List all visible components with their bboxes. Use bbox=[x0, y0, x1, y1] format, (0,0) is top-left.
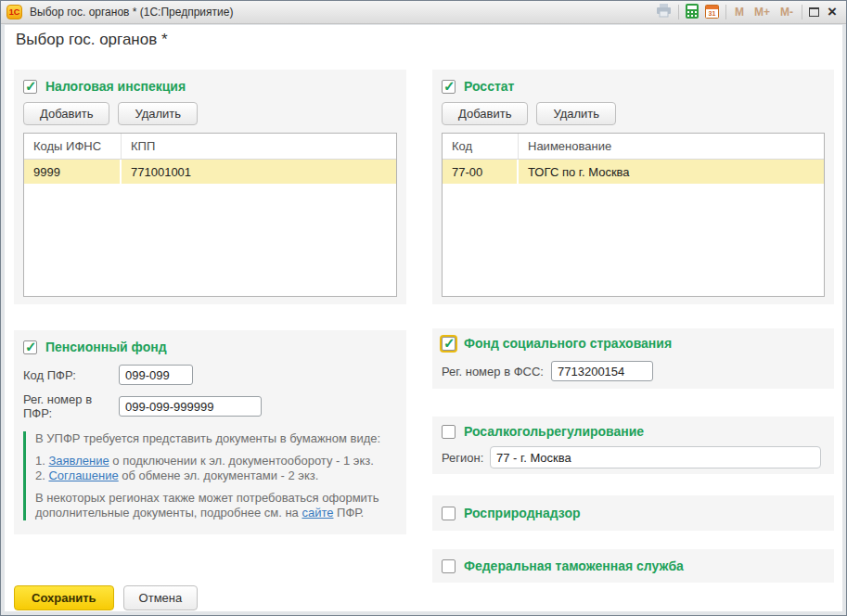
close-button[interactable]: × bbox=[826, 6, 839, 19]
rosstat-checkbox[interactable] bbox=[442, 80, 456, 94]
pfr-site-link[interactable]: сайте bbox=[302, 506, 333, 520]
form-content: Выбор гос. органов * Налоговая инспекция… bbox=[5, 25, 842, 611]
fss-checkbox[interactable] bbox=[442, 337, 456, 351]
pfr-regnumber-label: Рег. номер в ПФР: bbox=[23, 392, 119, 420]
tax-col-header-kpp: КПП bbox=[122, 134, 396, 159]
save-button[interactable]: Сохранить bbox=[14, 585, 114, 610]
rosstat-table-header: Код Наименование bbox=[443, 134, 824, 160]
rosstat-row-code: 77-00 bbox=[443, 160, 519, 184]
titlebar: 1С Выбор гос. органов * (1С:Предприятие)… bbox=[1, 1, 846, 24]
section-rosstat: Росстат Добавить Удалить Код Наименовани… bbox=[432, 70, 834, 304]
note-line2: В некоторых регионах также может потребо… bbox=[35, 491, 391, 520]
customs-checkbox[interactable] bbox=[442, 559, 456, 573]
tax-col-header-codes: Коды ИФНС bbox=[24, 134, 122, 159]
memory-recall-button[interactable]: M bbox=[733, 6, 746, 19]
calculator-icon[interactable] bbox=[686, 4, 699, 21]
rosstat-col-header-name: Наименование bbox=[519, 134, 824, 159]
maximize-button[interactable] bbox=[809, 7, 819, 17]
printer-icon[interactable] bbox=[656, 4, 672, 20]
customs-section-title: Федеральная таможенная служба bbox=[464, 558, 684, 573]
table-row[interactable]: 9999 771001001 bbox=[24, 160, 396, 184]
section-pension-fund: Пенсионный фонд Код ПФР: 099-099 Рег. но… bbox=[14, 330, 406, 534]
tax-row-code: 9999 bbox=[24, 160, 122, 184]
rosstat-delete-button[interactable]: Удалить bbox=[536, 102, 616, 125]
tax-add-button[interactable]: Добавить bbox=[23, 102, 109, 125]
section-customs-service: Федеральная таможенная служба bbox=[432, 549, 834, 583]
tax-checkbox[interactable] bbox=[23, 80, 37, 94]
memory-minus-button[interactable]: M- bbox=[778, 6, 795, 19]
cancel-button[interactable]: Отмена bbox=[123, 585, 199, 610]
calendar-icon[interactable]: 31 bbox=[705, 4, 719, 21]
section-nature-supervision: Росприроднадзор bbox=[432, 495, 834, 531]
note-line1: В УПФР требуется представить документы в… bbox=[35, 431, 391, 446]
memory-plus-button[interactable]: M+ bbox=[752, 6, 772, 19]
alco-section-title: Росалкогольрегулирование bbox=[464, 424, 644, 439]
pfr-code-input[interactable]: 099-099 bbox=[119, 365, 193, 385]
rosstat-table[interactable]: Код Наименование 77-00 ТОГС по г. Москва bbox=[442, 133, 825, 297]
page-title: Выбор гос. органов * bbox=[16, 31, 168, 49]
rosstat-add-button[interactable]: Добавить bbox=[442, 102, 528, 125]
svg-text:31: 31 bbox=[709, 10, 716, 17]
section-alcohol-regulation: Росалкогольрегулирование Регион: 77 - г.… bbox=[432, 417, 834, 474]
pension-checkbox[interactable] bbox=[23, 340, 37, 354]
footer: Сохранить Отмена bbox=[14, 585, 198, 610]
app-window: 1С Выбор гос. органов * (1С:Предприятие)… bbox=[0, 0, 847, 616]
window-title: Выбор гос. органов * (1С:Предприятие) bbox=[30, 6, 233, 19]
fss-section-title: Фонд социального страхования bbox=[464, 336, 672, 351]
alco-checkbox[interactable] bbox=[442, 425, 456, 439]
rosstat-row-name: ТОГС по г. Москва bbox=[519, 160, 824, 184]
fss-regnumber-label: Рег. номер в ФСС: bbox=[442, 365, 551, 379]
tax-table[interactable]: Коды ИФНС КПП 9999 771001001 bbox=[23, 133, 397, 297]
tax-delete-button[interactable]: Удалить bbox=[118, 102, 198, 125]
region-label: Регион: bbox=[442, 451, 490, 465]
pension-note: В УПФР требуется представить документы в… bbox=[23, 431, 391, 520]
fss-regnumber-input[interactable]: 7713200154 bbox=[551, 361, 653, 381]
section-tax-inspection: Налоговая инспекция Добавить Удалить Код… bbox=[14, 70, 406, 304]
1c-logo-icon: 1С bbox=[6, 5, 22, 19]
section-social-insurance: Фонд социального страхования Рег. номер … bbox=[432, 328, 834, 389]
note-item1: 1. Заявление о подключении к эл. докумен… bbox=[35, 454, 391, 468]
nature-checkbox[interactable] bbox=[442, 507, 456, 520]
table-row[interactable]: 77-00 ТОГС по г. Москва bbox=[443, 160, 824, 184]
tax-section-title: Налоговая инспекция bbox=[45, 79, 186, 94]
note-item2: 2. Соглашение об обмене эл. документами … bbox=[35, 468, 391, 483]
pension-section-title: Пенсионный фонд bbox=[45, 340, 167, 354]
nature-section-title: Росприроднадзор bbox=[464, 506, 581, 520]
pfr-code-label: Код ПФР: bbox=[23, 368, 119, 382]
rosstat-col-header-code: Код bbox=[443, 134, 519, 159]
application-link[interactable]: Заявление bbox=[48, 454, 109, 468]
region-input[interactable]: 77 - г. Москва bbox=[490, 446, 821, 468]
agreement-link[interactable]: Соглашение bbox=[48, 468, 118, 482]
pfr-regnumber-input[interactable]: 099-099-999999 bbox=[119, 396, 262, 417]
tax-row-kpp: 771001001 bbox=[122, 160, 396, 184]
rosstat-section-title: Росстат bbox=[464, 79, 514, 94]
tax-table-header: Коды ИФНС КПП bbox=[24, 134, 396, 160]
window-frame: Выбор гос. органов * Налоговая инспекция… bbox=[2, 25, 845, 614]
